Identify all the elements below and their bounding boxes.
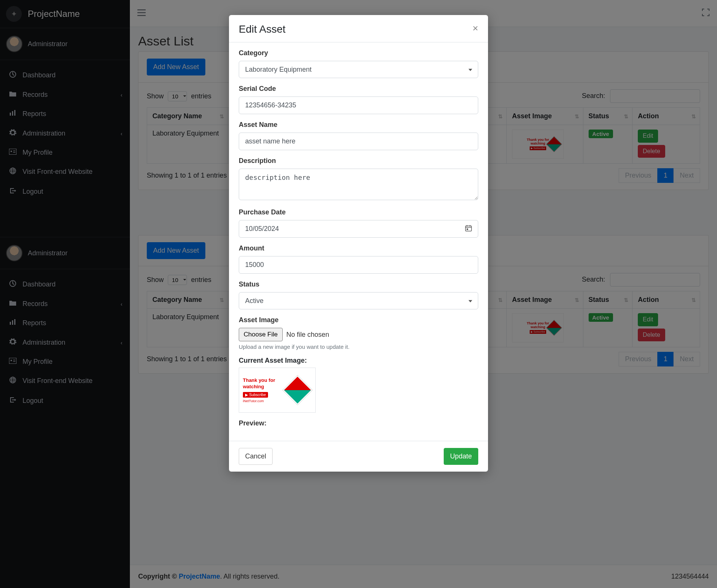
serial-input[interactable] <box>239 96 478 114</box>
amount-label: Amount <box>239 244 478 252</box>
category-select[interactable]: Laboratory Equipment <box>239 61 478 78</box>
status-select[interactable]: Active <box>239 292 478 309</box>
amount-input[interactable] <box>239 256 478 274</box>
update-button[interactable]: Update <box>444 448 478 465</box>
modal-body: Category Laboratory Equipment Serial Cod… <box>229 42 488 441</box>
purchase-date-label: Purchase Date <box>239 208 478 216</box>
status-label: Status <box>239 280 478 288</box>
asset-name-input[interactable] <box>239 133 478 150</box>
asset-image-label: Asset Image <box>239 316 478 324</box>
modal-title: Edit Asset <box>239 23 286 35</box>
preview-label: Preview: <box>239 419 478 427</box>
modal-header: Edit Asset × <box>229 15 488 42</box>
calendar-icon[interactable] <box>465 224 472 234</box>
category-label: Category <box>239 49 478 57</box>
description-textarea[interactable]: description here <box>239 169 478 200</box>
modal-overlay[interactable]: Edit Asset × Category Laboratory Equipme… <box>0 0 717 588</box>
description-label: Description <box>239 157 478 165</box>
current-asset-image: Thank you forwatching ▶ Subscribe iNetTu… <box>239 368 316 413</box>
svg-rect-24 <box>467 228 468 230</box>
file-status: No file chosen <box>286 331 329 339</box>
cancel-button[interactable]: Cancel <box>239 448 273 465</box>
close-icon[interactable]: × <box>473 23 478 33</box>
purchase-date-input[interactable] <box>239 220 478 238</box>
diamond-icon <box>283 375 312 405</box>
svg-rect-23 <box>465 226 471 231</box>
edit-asset-modal: Edit Asset × Category Laboratory Equipme… <box>229 15 488 472</box>
current-image-label: Current Asset Image: <box>239 357 478 365</box>
asset-name-label: Asset Name <box>239 121 478 129</box>
choose-file-button[interactable]: Choose File <box>239 328 283 341</box>
serial-label: Serial Code <box>239 85 478 93</box>
modal-footer: Cancel Update <box>229 441 488 472</box>
file-help-text: Upload a new image if you want to update… <box>239 344 478 350</box>
